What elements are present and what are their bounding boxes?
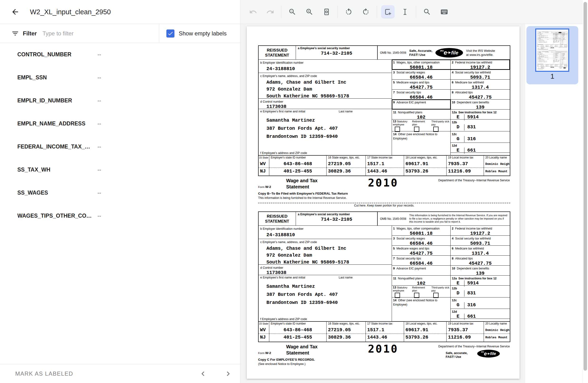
- box-11-nonqualified-plans: 11Nonqualified plans 102: [392, 276, 451, 285]
- w2-form-table: REISSUED STATEMENT a Employee's social s…: [258, 211, 510, 342]
- chevron-left-icon: [198, 369, 208, 378]
- text-select-button[interactable]: [398, 5, 412, 19]
- cut-here-line: Cut here. Keep lower portion for your re…: [258, 203, 510, 207]
- irs-furnished-notice: This information is being furnished to t…: [409, 214, 507, 223]
- tax-year: 2010: [368, 343, 398, 355]
- omb-number: OMB No. 1545-0008: [380, 51, 406, 54]
- next-document-button[interactable]: [223, 368, 233, 379]
- box-13-checkboxes: 13 Statutory employee Retirement plan Th…: [392, 120, 451, 131]
- check-icon: [167, 30, 173, 37]
- undo-button[interactable]: [247, 5, 260, 19]
- add-bounding-box-button[interactable]: [381, 5, 395, 19]
- label-item-control-number[interactable]: CONTROL_NUMBER --: [0, 43, 240, 66]
- box-c-employer-name-address: c Employer's name, address, and ZIP code…: [259, 239, 392, 265]
- text-select-icon: [401, 8, 409, 16]
- toolbar-separator: [281, 6, 281, 18]
- box-12c: 12c G316: [451, 131, 510, 143]
- box-8-allocated-tips: 8Allocated tips 45427.75: [451, 90, 510, 99]
- scrollbar-thumb[interactable]: [584, 2, 587, 371]
- search-icon: [423, 8, 431, 16]
- label-item-ss-tax-wh[interactable]: SS_TAX_WH --: [0, 158, 240, 181]
- reissued-statement-label: REISSUED STATEMENT: [259, 46, 296, 60]
- box-8-allocated-tips: 8Allocated tips 45427.75: [451, 256, 510, 265]
- employee-name-address-value: Samantha Martinez 387 Burton Fords Apt. …: [266, 116, 390, 141]
- zoom-in-button[interactable]: [303, 5, 316, 19]
- copy-designation-subline: (See enclosed Notice to Employee.): [258, 362, 305, 366]
- tax-year: 2010: [368, 177, 398, 189]
- redo-button[interactable]: [264, 5, 277, 19]
- box-d-control-number: d Control number 1173038: [259, 265, 392, 275]
- rotate-right-button[interactable]: [359, 5, 372, 19]
- header: W2_XL_input_clean_2950: [0, 0, 240, 24]
- search-button[interactable]: [420, 5, 434, 19]
- document-page[interactable]: REISSUED STATEMENT a Employee's social s…: [536, 29, 568, 71]
- box-7-ss-tips: 7Social security tips 66584.46: [392, 90, 451, 99]
- control-number-value: 1173038: [266, 270, 390, 275]
- box-12a: 12aSee instructions for box 12 E5914: [451, 110, 510, 119]
- page-thumbnail-selected[interactable]: REISSUED STATEMENT a Employee's social s…: [526, 26, 578, 84]
- employer-ein-value: 24-3188810: [266, 232, 390, 238]
- box-14-other: 14Other (see enclosed Notice to Employee…: [392, 298, 451, 321]
- box-12b: 12b D831: [451, 286, 510, 297]
- label-item-emplr-name-address[interactable]: EMPLR_NAME_ADDRESS --: [0, 112, 240, 135]
- box-12c: 12c G316: [451, 298, 510, 309]
- show-empty-labels-checkbox[interactable]: [166, 29, 174, 38]
- zoom-in-icon: [305, 8, 314, 16]
- box-9-advance-eic: 9Advance EIC payment: [392, 266, 451, 275]
- fit-to-width-button[interactable]: [320, 5, 333, 19]
- box-11-nonqualified-plans: 11Nonqualified plans 102: [392, 110, 451, 119]
- numbered-boxes-column: 1Wages, tips, other compensation 56081.1…: [392, 60, 510, 155]
- omb-number: OMB No. 1545-0008: [380, 217, 406, 221]
- retirement-plan-checkbox: [414, 127, 419, 132]
- box-b-employer-id: b Employer identification number 24-3188…: [259, 226, 392, 239]
- control-number-value: 1173038: [266, 104, 390, 109]
- label-item-emplr-id-number[interactable]: EMPLR_ID_NUMBER --: [0, 89, 240, 112]
- box-12d: 12d E661: [451, 309, 510, 319]
- employee-name-address-value: Samantha Martinez 387 Burton Fords Apt. …: [266, 282, 390, 307]
- employer-address-value: Adams, Chase and Gilbert Inc 972 Gonzale…: [266, 79, 390, 100]
- employer-ein-value: 24-3188810: [266, 66, 390, 72]
- box-10-dependent-care: 10Dependent care benefits 139: [451, 266, 510, 275]
- form-header-right: OMB No. 1545-0008 Safe, Accurate, FAST! …: [378, 46, 510, 60]
- state-row-1: WV 643-86-468 27219.05 1517.1 69617.91 7…: [259, 326, 510, 334]
- copy-designation-line: Copy B--To Be Filed with Employee's FEDE…: [258, 192, 348, 195]
- zoom-out-button[interactable]: [286, 5, 299, 19]
- page-thumbnail[interactable]: REISSUED STATEMENT a Employee's social s…: [535, 28, 569, 72]
- label-item-federal-income-tax[interactable]: FEDERAL_INCOME_TAX_… --: [0, 135, 240, 158]
- box-a-employee-ssn: a Employee's social security number 714-…: [296, 212, 378, 225]
- box-a-employee-ssn: a Employee's social security number 714-…: [296, 46, 378, 60]
- box-10-dependent-care: 10Dependent care benefits 139: [451, 100, 510, 109]
- copy-designation-line: Copy C For EMPLOYEE'S RECORDS.: [258, 358, 315, 361]
- zoom-out-icon: [288, 8, 296, 16]
- rotate-right-icon: [362, 8, 370, 16]
- label-item-ss-wages[interactable]: SS_WAGES --: [0, 181, 240, 204]
- box-5-medicare-wages: 5Medicare wages and tips 45427.75: [392, 80, 451, 89]
- add-bounding-box-icon: [384, 8, 392, 16]
- filter-icon: [11, 30, 19, 37]
- thumbnail-panel: REISSUED STATEMENT a Employee's social s…: [525, 24, 582, 383]
- box-3-ss-wages: 3Social security wages 66584.46: [392, 236, 451, 245]
- label-item-wages-tips-other[interactable]: WAGES_TIPS_OTHER_CO… --: [0, 204, 240, 227]
- box-13-checkboxes: 13 Statutory employee Retirement plan Th…: [392, 286, 451, 297]
- previous-document-button[interactable]: [198, 368, 208, 379]
- state-local-table: 15 State Employer's state ID number 16 S…: [259, 321, 510, 342]
- toolbar-separator: [377, 6, 377, 18]
- box-2-federal-tax: 2Federal income tax withheld 19127.2: [451, 60, 510, 69]
- keyboard-shortcuts-button[interactable]: [438, 5, 451, 19]
- rotate-left-button[interactable]: [342, 5, 355, 19]
- state-row-2: NJ 401-25-455 30829.36 1443.46 53793.26 …: [259, 334, 510, 342]
- form-w2-label: Form W-2: [258, 351, 271, 355]
- box-f-employee-address-label: f Employee's address and ZIP code: [259, 150, 392, 155]
- employee-ssn-value: 714-32-2105: [298, 217, 375, 222]
- mark-as-labeled-button[interactable]: MARK AS LABELED: [15, 370, 73, 377]
- label-item-empl-ssn[interactable]: EMPL_SSN --: [0, 66, 240, 89]
- toolbar: [240, 0, 588, 24]
- box-12b: 12b D831: [451, 120, 510, 131]
- box-7-ss-tips: 7Social security tips 66584.46: [392, 256, 451, 265]
- back-button[interactable]: [9, 6, 21, 18]
- rotate-left-icon: [345, 8, 353, 16]
- retirement-plan-checkbox: [414, 293, 419, 298]
- filter-input[interactable]: [42, 30, 133, 37]
- document-page[interactable]: REISSUED STATEMENT a Employee's social s…: [247, 26, 520, 379]
- filter-bar: Filter Show empty labels: [0, 24, 240, 43]
